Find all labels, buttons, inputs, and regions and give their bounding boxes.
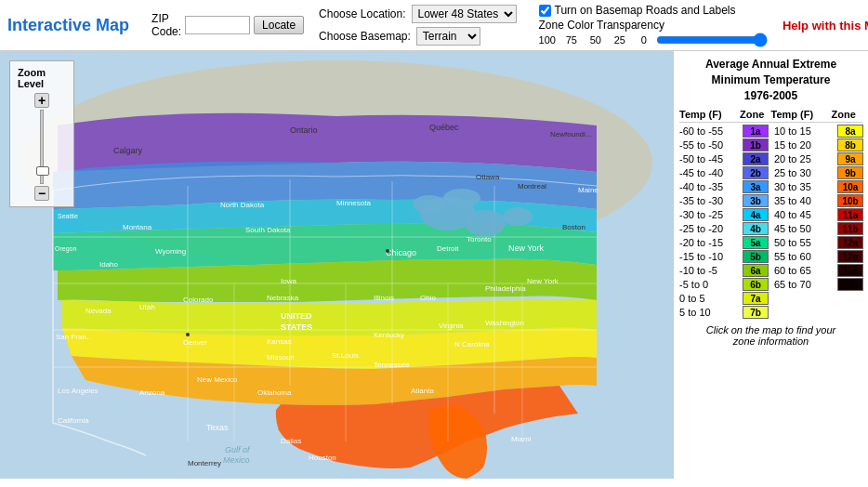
roads-row: Turn on Basemap Roads and Labels bbox=[539, 4, 768, 17]
legend-row: -55 to -501b15 to 208b bbox=[679, 138, 862, 151]
legend-panel: Average Annual ExtremeMinimum Temperatur… bbox=[673, 51, 868, 479]
svg-text:Maine: Maine bbox=[578, 186, 598, 194]
legend-row: -10 to -56a60 to 6513a bbox=[679, 264, 862, 277]
svg-text:Houston: Houston bbox=[309, 454, 336, 462]
legend-zone-box: 2a bbox=[743, 152, 769, 165]
svg-text:Oregon: Oregon bbox=[55, 245, 76, 253]
svg-text:Mexico: Mexico bbox=[223, 455, 250, 465]
svg-text:Virginia: Virginia bbox=[439, 322, 464, 330]
svg-text:Philadelphia: Philadelphia bbox=[485, 284, 526, 293]
svg-text:Colorado: Colorado bbox=[183, 296, 214, 304]
legend-zone-box: 5b bbox=[743, 250, 769, 263]
svg-text:N Carolina: N Carolina bbox=[454, 340, 490, 349]
svg-text:Nebraska: Nebraska bbox=[267, 294, 299, 302]
svg-text:Minnesota: Minnesota bbox=[336, 199, 371, 207]
svg-text:Chicago: Chicago bbox=[386, 248, 416, 257]
legend-zone-box: 13b bbox=[837, 278, 863, 291]
svg-point-5 bbox=[413, 195, 446, 214]
legend-zone-box: 2b bbox=[743, 166, 769, 179]
legend-zone-box: 5a bbox=[743, 236, 769, 249]
legend-rows: -60 to -551a10 to 158a-55 to -501b15 to … bbox=[679, 125, 862, 319]
svg-text:Detroit: Detroit bbox=[437, 244, 459, 253]
svg-text:STATES: STATES bbox=[281, 322, 312, 332]
svg-text:Montana: Montana bbox=[123, 223, 152, 231]
map-container: Calgary Ontario Québec Newfoundl... Mont… bbox=[0, 51, 868, 479]
legend-header-zone2: Zone bbox=[832, 109, 862, 120]
legend-zone-box: 1b bbox=[743, 138, 769, 151]
legend-zone-box: 11a bbox=[837, 208, 863, 221]
legend-zone-box: 3b bbox=[743, 194, 769, 207]
legend-zone-box: 12a bbox=[837, 236, 863, 249]
locate-button[interactable]: Locate bbox=[254, 16, 304, 34]
legend-zone-box: 8a bbox=[837, 125, 863, 138]
legend-row: -5 to 06b65 to 7013b bbox=[679, 278, 862, 291]
svg-text:San Fran..: San Fran.. bbox=[56, 333, 90, 341]
basemap-select[interactable]: Terrain Street Satellite Topo bbox=[416, 27, 480, 46]
legend-zone-box: 12b bbox=[837, 250, 863, 263]
svg-text:Québec: Québec bbox=[429, 123, 459, 132]
svg-text:Ohio: Ohio bbox=[420, 294, 436, 302]
slider-labels: 100 75 50 25 0 bbox=[539, 34, 652, 46]
help-link[interactable]: Help with this Map bbox=[783, 19, 868, 33]
svg-point-6 bbox=[443, 189, 480, 207]
legend-title: Average Annual ExtremeMinimum Temperatur… bbox=[679, 57, 862, 103]
zoom-title: Zoom Level bbox=[18, 67, 66, 89]
legend-zone-box: 10a bbox=[837, 180, 863, 193]
zoom-out-button[interactable]: − bbox=[34, 186, 49, 201]
svg-text:Tennessee: Tennessee bbox=[374, 361, 410, 369]
legend-zone-box: 8b bbox=[837, 138, 863, 151]
transparency-slider[interactable] bbox=[656, 33, 768, 46]
svg-text:Seattle: Seattle bbox=[58, 213, 78, 219]
basemap-label: Choose Basemap: bbox=[319, 30, 411, 43]
legend-zone-box: 6a bbox=[743, 264, 769, 277]
svg-text:Oklahoma: Oklahoma bbox=[257, 388, 292, 397]
roads-checkbox[interactable] bbox=[539, 5, 551, 17]
svg-point-62 bbox=[386, 249, 389, 253]
svg-text:Los Angeles: Los Angeles bbox=[58, 387, 99, 395]
svg-text:Newfoundl...: Newfoundl... bbox=[550, 130, 591, 138]
svg-text:Monterrey: Monterrey bbox=[188, 459, 221, 467]
svg-text:Atlanta: Atlanta bbox=[411, 387, 434, 395]
legend-header-zone1: Zone bbox=[740, 109, 770, 120]
svg-text:South Dakota: South Dakota bbox=[245, 226, 291, 234]
zip-input[interactable] bbox=[185, 16, 250, 34]
svg-text:Washington: Washington bbox=[485, 319, 524, 327]
legend-row: 0 to 57a bbox=[679, 292, 862, 305]
legend-row: -30 to -254a40 to 4511a bbox=[679, 208, 862, 221]
svg-text:Calgary: Calgary bbox=[113, 146, 143, 155]
legend-zone-box: 10b bbox=[837, 194, 863, 207]
svg-text:Idaho: Idaho bbox=[99, 260, 119, 269]
svg-text:New York: New York bbox=[508, 244, 545, 253]
svg-text:Ontario: Ontario bbox=[290, 125, 318, 135]
legend-header: Temp (F) Zone Temp (F) Zone bbox=[679, 109, 862, 123]
slider-row: 100 75 50 25 0 bbox=[539, 33, 768, 46]
svg-text:Toronto: Toronto bbox=[467, 235, 492, 244]
svg-text:Miami: Miami bbox=[511, 435, 532, 443]
header-bar: Interactive Map ZIP Code: Locate Choose … bbox=[0, 0, 868, 51]
location-select[interactable]: Lower 48 States Alaska Hawaii Puerto Ric… bbox=[412, 5, 517, 23]
svg-text:North Dakota: North Dakota bbox=[220, 201, 265, 209]
legend-row: -35 to -303b35 to 4010b bbox=[679, 194, 862, 207]
legend-zone-box: 4a bbox=[743, 208, 769, 221]
svg-text:New Mexico: New Mexico bbox=[197, 375, 238, 384]
legend-row: 5 to 107b bbox=[679, 306, 862, 319]
legend-row: -20 to -155a50 to 5512a bbox=[679, 236, 862, 249]
svg-text:Iowa: Iowa bbox=[281, 277, 296, 285]
legend-zone-box: 9a bbox=[837, 152, 863, 165]
svg-text:Boston: Boston bbox=[562, 223, 585, 231]
zoom-slider: + − bbox=[18, 93, 66, 201]
legend-header-temp2: Temp (F) bbox=[771, 109, 832, 120]
zoom-handle[interactable] bbox=[36, 166, 49, 176]
svg-text:Denver: Denver bbox=[183, 338, 207, 347]
legend-row: -45 to -402b25 to 309b bbox=[679, 166, 862, 179]
legend-note: Click on the map to find yourzone inform… bbox=[679, 324, 862, 347]
controls-section: Choose Location: Lower 48 States Alaska … bbox=[319, 5, 516, 46]
map-svg[interactable]: Calgary Ontario Québec Newfoundl... Mont… bbox=[0, 51, 673, 479]
map-area[interactable]: Calgary Ontario Québec Newfoundl... Mont… bbox=[0, 51, 673, 479]
legend-row: -25 to -204b45 to 5011b bbox=[679, 222, 862, 235]
basemap-row: Choose Basemap: Terrain Street Satellite… bbox=[319, 27, 516, 46]
zoom-in-button[interactable]: + bbox=[34, 93, 49, 108]
svg-text:California: California bbox=[58, 416, 89, 425]
legend-zone-box: 9b bbox=[837, 166, 863, 179]
zip-label: ZIP Code: bbox=[151, 12, 181, 38]
